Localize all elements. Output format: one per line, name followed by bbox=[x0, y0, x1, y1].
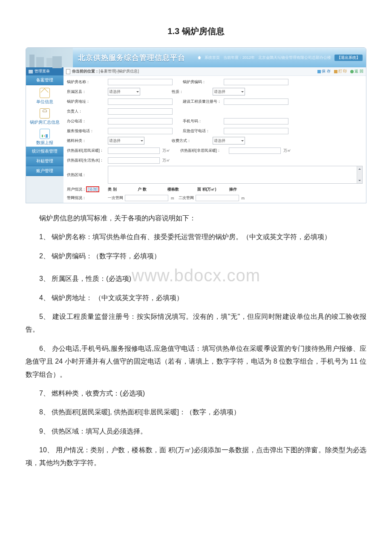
label-pipe: 管网情况： bbox=[67, 195, 106, 201]
input-area-nonres[interactable] bbox=[229, 147, 281, 154]
input-addr[interactable] bbox=[108, 98, 173, 105]
input-pipe1[interactable] bbox=[125, 195, 168, 201]
pencil-icon bbox=[40, 88, 50, 98]
select-district[interactable]: 请选择 bbox=[108, 88, 140, 95]
breadcrumb-label: 你当前的位置： bbox=[72, 69, 99, 74]
logout-button[interactable]: 【退出系统】 bbox=[334, 55, 363, 61]
doc-icon bbox=[66, 69, 70, 74]
doc-intro: 锅炉房信息的填写标准，关于各项的内容说明如下： bbox=[26, 212, 366, 225]
input-duty-tel[interactable] bbox=[224, 128, 288, 134]
label-district: 所属区县： bbox=[67, 89, 106, 95]
input-person[interactable] bbox=[108, 108, 173, 115]
select-charge[interactable]: 请选择 bbox=[213, 137, 245, 145]
label-user-situation: 用户情况：[添加] bbox=[67, 187, 106, 192]
form: 锅炉房名称： 锅炉房编码： 所属区县： 请选择 性质： 请选择 锅炉房地址： bbox=[63, 76, 366, 203]
textarea-zone[interactable] bbox=[108, 166, 363, 184]
sidebar-item-subsidy[interactable]: 补贴管理 bbox=[26, 156, 63, 166]
chevron-down-icon bbox=[241, 140, 244, 143]
back-button[interactable]: 返 回 bbox=[350, 69, 363, 74]
sidebar-item-filing[interactable]: 备案管理 bbox=[26, 75, 63, 85]
doc-item: 10、 用户情况：类别，户数，楼栋数，面 积(万㎡)必须添加一条数据，点击弹出下… bbox=[26, 444, 366, 470]
header-buildings-decor bbox=[26, 48, 73, 67]
sidebar: 管理菜单 备案管理 单位信息 锅炉房汇总信息 数据上报 统计报表管理 补贴管理 … bbox=[26, 67, 63, 203]
label-addr: 锅炉房地址： bbox=[67, 99, 106, 104]
unit-area: 万㎡ bbox=[162, 148, 170, 153]
chevron-down-icon bbox=[141, 140, 143, 143]
sidebar-card-boiler[interactable]: 锅炉房汇总信息 bbox=[26, 106, 63, 126]
label-duty-tel: 应急值守电话： bbox=[183, 128, 222, 134]
breadcrumb-path: [备案管理]-[锅炉房信息] bbox=[99, 69, 139, 74]
label-area-res: 供热面积[居民采暖]： bbox=[67, 148, 106, 153]
label-pipe2: 二次管网 bbox=[179, 195, 194, 201]
unit-area: 万㎡ bbox=[283, 148, 291, 153]
doc-item: 6、 办公电话,手机号码,服务报修电话,应急值守电话：填写供热单位在采暖季设置的… bbox=[26, 342, 366, 381]
input-boiler-code[interactable] bbox=[224, 79, 288, 85]
input-mobile[interactable] bbox=[224, 118, 288, 124]
doc-item: 2、 锅炉房编码：（数字字符，必填项） bbox=[26, 250, 366, 263]
doc-item: 4、 锅炉房地址： （中文或英文字符，必填项） bbox=[26, 292, 366, 304]
app-title: 北京供热服务综合管理信息平台 bbox=[78, 53, 185, 63]
input-area-res[interactable] bbox=[108, 147, 160, 154]
app-screenshot: 北京供热服务综合管理信息平台 系统首页 当前年度：2012年 北京金隅天坛物业管… bbox=[26, 47, 366, 203]
doc-item: 9、 供热区域：填写人员必须选择。 bbox=[26, 425, 366, 438]
sidebar-item-account[interactable]: 账户管理 bbox=[26, 166, 63, 176]
label-office-tel: 办公电话： bbox=[67, 119, 106, 124]
doc-item: 5、 建设工程质量监督注册号：按实际情况填写。没有的，填"无"，但应同时附建设单… bbox=[26, 310, 366, 336]
unit-m: m bbox=[241, 196, 248, 200]
label-cons-no: 建设工程质量注册号： bbox=[183, 99, 222, 104]
sidebar-header: 管理菜单 bbox=[26, 67, 63, 75]
chevron-down-icon bbox=[136, 91, 139, 94]
link-home[interactable]: 系统首页 bbox=[205, 55, 220, 61]
company-name: 北京金隅天坛物业管理有限公司总部办公楼 bbox=[258, 55, 331, 61]
doc-item: 8、 供热面积[居民采暖], 供热面积[非居民采暖]：（数字，必填项） bbox=[26, 406, 366, 419]
add-user-button[interactable]: [添加] bbox=[86, 186, 99, 192]
input-office-tel[interactable] bbox=[108, 118, 173, 124]
sidebar-card-unit[interactable]: 单位信息 bbox=[26, 85, 63, 106]
label-pipe1: 一次管网 bbox=[108, 195, 123, 201]
doc-item: 7、 燃料种类，收费方式：(必选项) bbox=[26, 387, 366, 400]
doc-item: 3、 所属区县，性质：(必选项) bbox=[26, 272, 366, 285]
save-button[interactable]: 保 存 bbox=[317, 69, 331, 74]
input-cons-no[interactable] bbox=[224, 98, 288, 105]
unit-m: m bbox=[170, 196, 177, 200]
doc-item: 1、 锅炉房名称：填写供热单位自有、接受委托运营管理的锅炉房。（中文或英文字符，… bbox=[26, 231, 366, 243]
select-fuel[interactable]: 请选择 bbox=[108, 137, 144, 145]
label-zone: 供热区域： bbox=[67, 172, 106, 178]
input-repair-tel[interactable] bbox=[108, 128, 173, 134]
chart-icon bbox=[40, 129, 50, 139]
print-button[interactable]: 打 印 bbox=[334, 69, 347, 74]
doc-title: 1.3 锅炉房信息 bbox=[26, 26, 366, 37]
unit-area: 万㎡ bbox=[162, 158, 170, 163]
scrollbar[interactable] bbox=[357, 166, 362, 183]
label-charge: 收费方式： bbox=[172, 138, 211, 144]
user-table-header: 类 别 户 数 楼栋数 面 积(万㎡) 操作 bbox=[108, 187, 246, 192]
clipboard-icon bbox=[40, 108, 50, 119]
chevron-down-icon bbox=[241, 91, 244, 94]
select-nature[interactable]: 请选择 bbox=[213, 88, 245, 95]
label-boiler-code: 锅炉房编码： bbox=[183, 79, 222, 85]
year-label: 当前年度：2012年 bbox=[223, 55, 255, 61]
input-pipe2[interactable] bbox=[196, 195, 239, 201]
label-person: 负责人： bbox=[67, 109, 106, 114]
label-area-hot: 供热面积[生活热水]： bbox=[67, 158, 106, 163]
home-icon bbox=[198, 56, 201, 59]
label-area-nonres: 供热面积[非居民采暖]： bbox=[180, 148, 227, 153]
breadcrumb: 你当前的位置： [备案管理]-[锅炉房信息] 保 存 打 印 返 回 bbox=[63, 67, 366, 76]
label-boiler-name: 锅炉房名称： bbox=[67, 79, 106, 85]
label-fuel: 燃料种类： bbox=[67, 138, 106, 144]
label-nature: 性质： bbox=[172, 89, 211, 95]
label-repair-tel: 服务报修电话： bbox=[67, 128, 106, 134]
input-boiler-name[interactable] bbox=[108, 79, 173, 85]
menu-icon bbox=[29, 70, 33, 73]
app-header: 北京供热服务综合管理信息平台 系统首页 当前年度：2012年 北京金隅天坛物业管… bbox=[26, 48, 366, 67]
label-mobile: 手机号码： bbox=[183, 119, 222, 124]
sidebar-card-data[interactable]: 数据上报 bbox=[26, 126, 63, 147]
input-area-hot[interactable] bbox=[108, 157, 160, 164]
sidebar-item-stats[interactable]: 统计报表管理 bbox=[26, 147, 63, 156]
